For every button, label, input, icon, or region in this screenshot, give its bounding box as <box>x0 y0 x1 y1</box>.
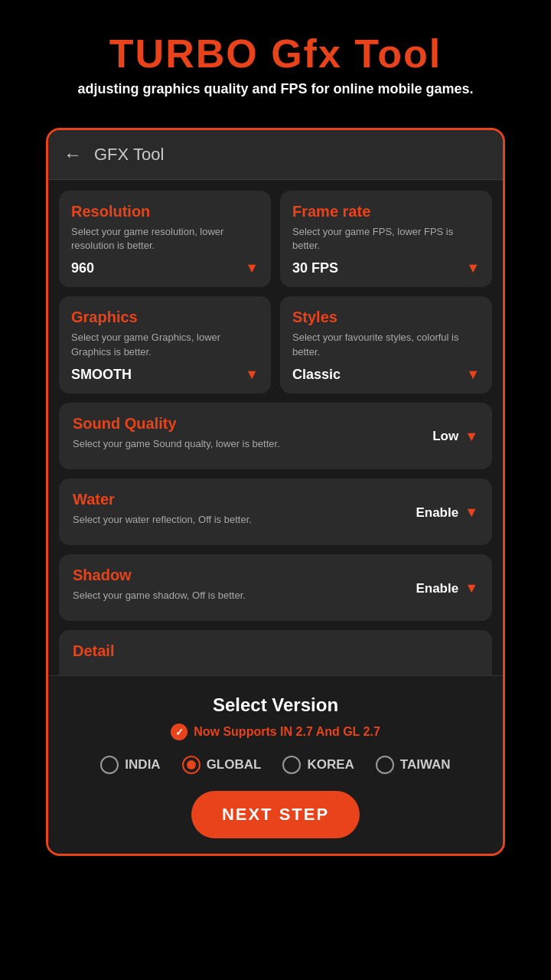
sound-quality-card[interactable]: Sound Quality Select your game Sound qua… <box>59 403 492 469</box>
graphics-card[interactable]: Graphics Select your game Graphics, lowe… <box>59 296 271 393</box>
resolution-arrow: ▼ <box>245 260 259 276</box>
graphics-desc: Select your game Graphics, lower Graphic… <box>71 331 259 358</box>
framerate-desc: Select your game FPS, lower FPS is bette… <box>292 225 480 253</box>
shadow-desc: Select your game shadow, Off is better. <box>73 589 246 603</box>
detail-card-partial: Detail <box>59 630 492 675</box>
back-button[interactable]: ← <box>64 144 82 165</box>
phone-frame: ← GFX Tool Resolution Select your game r… <box>46 128 505 856</box>
framerate-title: Frame rate <box>292 203 480 220</box>
framerate-card[interactable]: Frame rate Select your game FPS, lower F… <box>280 191 492 287</box>
topbar: ← GFX Tool <box>48 130 503 180</box>
sound-quality-desc: Select your game Sound qualty, lower is … <box>73 437 280 451</box>
water-arrow: ▼ <box>465 505 478 521</box>
shadow-select[interactable]: Enable ▼ <box>416 580 478 596</box>
shadow-arrow: ▼ <box>465 580 478 596</box>
radio-taiwan-outer[interactable] <box>376 756 394 774</box>
row-resolution-framerate: Resolution Select your game resolution, … <box>59 191 492 287</box>
styles-title: Styles <box>292 309 480 326</box>
framerate-arrow: ▼ <box>466 260 480 276</box>
radio-india[interactable]: INDIA <box>100 756 160 774</box>
graphics-select[interactable]: SMOOTH ▼ <box>71 367 259 383</box>
graphics-arrow: ▼ <box>245 367 259 383</box>
sound-quality-title: Sound Quality <box>73 415 280 433</box>
shadow-title: Shadow <box>73 567 246 584</box>
modal-title: Select Version <box>64 694 487 716</box>
sound-quality-arrow: ▼ <box>465 429 478 445</box>
framerate-select[interactable]: 30 FPS ▼ <box>292 260 480 276</box>
framerate-value: 30 FPS <box>292 260 338 276</box>
detail-title: Detail <box>73 642 478 660</box>
radio-korea[interactable]: KOREA <box>282 756 354 774</box>
sound-quality-value: Low <box>432 429 458 444</box>
app-subtitle: adjusting graphics quality and FPS for o… <box>15 81 536 97</box>
resolution-desc: Select your game resolution, lower resol… <box>71 225 259 253</box>
resolution-title: Resolution <box>71 203 259 220</box>
radio-korea-outer[interactable] <box>282 756 301 774</box>
radio-taiwan-label: TAIWAN <box>400 757 451 773</box>
sound-quality-select[interactable]: Low ▼ <box>432 429 478 445</box>
radio-korea-label: KOREA <box>307 757 354 773</box>
radio-india-label: INDIA <box>125 757 160 773</box>
select-version-modal: Select Version ✓ Now Supports IN 2.7 And… <box>48 675 503 854</box>
styles-select[interactable]: Classic ▼ <box>292 367 480 383</box>
water-value: Enable <box>416 505 458 521</box>
styles-value: Classic <box>292 367 341 383</box>
water-card[interactable]: Water Select your water reflection, Off … <box>59 479 492 545</box>
supports-badge: ✓ Now Supports IN 2.7 And GL 2.7 <box>64 724 487 740</box>
page-header: TURBO Gfx Tool adjusting graphics qualit… <box>0 0 551 105</box>
graphics-value: SMOOTH <box>71 367 132 383</box>
row-graphics-styles: Graphics Select your game Graphics, lowe… <box>59 296 492 393</box>
check-icon: ✓ <box>171 724 187 740</box>
radio-global-inner <box>187 760 196 769</box>
radio-global[interactable]: GLOBAL <box>182 756 262 774</box>
radio-global-outer[interactable] <box>182 756 201 774</box>
settings-content: Resolution Select your game resolution, … <box>48 180 503 675</box>
styles-desc: Select your favourite styles, colorful i… <box>292 331 480 358</box>
water-desc: Select your water reflection, Off is bet… <box>73 513 252 527</box>
resolution-select[interactable]: 960 ▼ <box>71 260 259 276</box>
resolution-value: 960 <box>71 260 94 276</box>
app-title: TURBO Gfx Tool <box>15 31 536 77</box>
water-title: Water <box>73 491 252 508</box>
radio-india-outer[interactable] <box>100 756 119 774</box>
version-radio-group: INDIA GLOBAL KOREA TAIWAN <box>64 756 487 774</box>
styles-card[interactable]: Styles Select your favourite styles, col… <box>280 296 492 393</box>
supports-text: Now Supports IN 2.7 And GL 2.7 <box>194 725 380 739</box>
styles-arrow: ▼ <box>466 367 480 383</box>
water-select[interactable]: Enable ▼ <box>416 505 478 521</box>
topbar-title: GFX Tool <box>94 145 164 165</box>
resolution-card[interactable]: Resolution Select your game resolution, … <box>59 191 271 287</box>
shadow-card[interactable]: Shadow Select your game shadow, Off is b… <box>59 554 492 621</box>
shadow-value: Enable <box>416 581 458 596</box>
radio-global-label: GLOBAL <box>207 757 262 773</box>
next-step-button[interactable]: NEXT STEP <box>191 791 360 838</box>
graphics-title: Graphics <box>71 309 259 326</box>
radio-taiwan[interactable]: TAIWAN <box>376 756 451 774</box>
